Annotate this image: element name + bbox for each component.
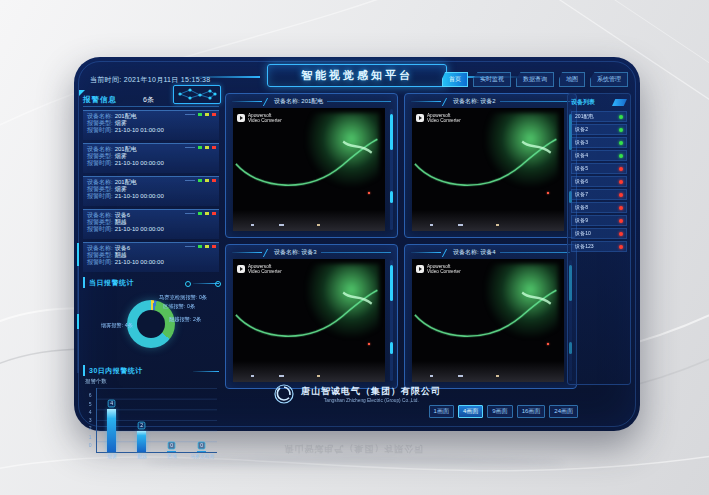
alarm-status-chips (185, 179, 216, 182)
video-panel-1[interactable]: 设备名称: 201配电 ApowersoftVideo Converter (225, 93, 398, 238)
device-list-item[interactable]: 设备8 (571, 202, 627, 213)
device-list-item[interactable]: 设备2 (571, 124, 627, 135)
red-indicator-light (368, 343, 370, 345)
device-list-item[interactable]: 设备6 (571, 176, 627, 187)
alarm-info-title: 报警信息 (83, 95, 117, 105)
device-list-item[interactable]: 设备9 (571, 215, 627, 226)
screens-1-button[interactable]: 1画面 (429, 405, 454, 418)
tab-map[interactable]: 地图 (559, 72, 585, 87)
video-feed[interactable]: ApowersoftVideo Converter (412, 108, 564, 231)
status-dot (619, 115, 623, 119)
tab-live-monitor[interactable]: 实时监视 (473, 72, 511, 87)
device-name: 设备6 (575, 178, 588, 186)
green-chip (198, 113, 202, 116)
alarm-time-value: 21-10-10 00:00:00 (115, 193, 164, 199)
alarm-time-value: 21-10-10 00:00:00 (115, 160, 164, 166)
month-stats-title: 30日内报警统计 (83, 365, 219, 376)
slash-decoration (263, 98, 273, 106)
device-list-item[interactable]: 设备123 (571, 241, 627, 252)
device-list-badge[interactable] (612, 99, 627, 106)
screens-9-button[interactable]: 9画面 (487, 405, 512, 418)
dashboard-window: 当前时间: 2021年10月11日 15:15:38 智能视觉感知平台 首页 实… (74, 57, 640, 431)
lamp-light (317, 375, 320, 377)
video-panel-title: 设备名称: 设备2 (453, 97, 496, 106)
floor-reflection-text: 唐山智诚电气（集团）有限公司 (285, 442, 425, 455)
alarm-time-label: 报警时间: (87, 259, 113, 265)
video-scrollbar[interactable] (390, 260, 393, 381)
screens-24-button[interactable]: 24画面 (549, 405, 578, 418)
alarm-info-header: 报警信息 6条 (83, 93, 219, 107)
red-indicator-light (547, 192, 549, 194)
tab-home[interactable]: 首页 (442, 72, 468, 87)
video-feed[interactable]: ApowersoftVideo Converter (233, 259, 385, 382)
alarm-card[interactable]: 设备名称:设备6 报警类型:翻越 报警时间:21-10-10 00:00:00 (83, 242, 219, 272)
tab-system[interactable]: 系统管理 (590, 72, 628, 87)
slash-decoration (442, 98, 452, 106)
device-name-value: 201配电 (115, 113, 137, 119)
month-stats-title-text: 30日内报警统计 (89, 366, 143, 376)
status-dot (619, 180, 623, 184)
alarm-time-value: 21-10-10 00:00:00 (115, 259, 164, 265)
video-panel-header: 设备名称: 201配电 (232, 96, 391, 107)
left-scrollbar[interactable] (77, 243, 79, 373)
device-list-item[interactable]: 201配电 (571, 111, 627, 122)
screen-layout-buttons: 1画面 4画面 9画面 16画面 24画面 (429, 405, 578, 418)
today-stats-title-text: 当日报警统计 (89, 278, 134, 288)
green-chip (198, 179, 202, 182)
alarm-type-label: 报警类型: (87, 186, 113, 192)
device-list-item[interactable]: 设备7 (571, 189, 627, 200)
today-stats-title: 当日报警统计 (83, 277, 219, 288)
device-name: 设备9 (575, 217, 588, 225)
alarm-time-label: 报警时间: (87, 226, 113, 232)
y-tick: 6 (89, 393, 92, 398)
deco-node-dot (215, 281, 221, 287)
alarm-card[interactable]: 设备名称:201配电 报警类型:烟雾 报警时间:21-10-10 00:00:0… (83, 176, 219, 206)
y-tick: 1 (89, 435, 92, 440)
device-name-label: 设备名称: (87, 212, 113, 218)
video-panel-title: 设备名称: 201配电 (274, 97, 323, 106)
device-list-item[interactable]: 设备10 (571, 228, 627, 239)
alarm-card[interactable]: 设备名称:201配电 报警类型:烟雾 报警时间:21-10-10 00:00:0… (83, 143, 219, 173)
video-panel-4[interactable]: 设备名称: 设备4 ApowersoftVideo Converter (404, 244, 577, 389)
video-panel-title: 设备名称: 设备3 (274, 248, 317, 257)
company-logo (273, 383, 295, 405)
red-chip (212, 245, 216, 248)
yellow-chip (205, 245, 209, 248)
red-indicator-light (368, 192, 370, 194)
device-name: 设备5 (575, 165, 588, 173)
alarm-type-label: 报警类型: (87, 120, 113, 126)
donut-label-climb: 翻越报警: 2条 (169, 316, 201, 324)
video-panel-title: 设备名称: 设备4 (453, 248, 496, 257)
video-feed[interactable]: ApowersoftVideo Converter (233, 108, 385, 231)
status-dot (619, 245, 623, 249)
screens-16-button[interactable]: 16画面 (517, 405, 546, 418)
alarm-type-value: 烟雾 (115, 120, 127, 126)
video-panel-header: 设备名称: 设备2 (411, 96, 570, 107)
bar (137, 431, 146, 452)
lamp-light (496, 224, 499, 226)
video-feed[interactable]: ApowersoftVideo Converter (412, 259, 564, 382)
device-name-value: 设备6 (115, 245, 130, 251)
alarm-type-label: 报警类型: (87, 252, 113, 258)
device-name-label: 设备名称: (87, 245, 113, 251)
machinery-silhouette (412, 210, 564, 231)
video-panel-3[interactable]: 设备名称: 设备3 ApowersoftVideo Converter (225, 244, 398, 389)
alarm-card[interactable]: 设备名称:设备6 报警类型:翻越 报警时间:21-10-10 00:00:00 (83, 209, 219, 239)
alarm-type-value: 烟雾 (115, 153, 127, 159)
red-indicator-light (547, 343, 549, 345)
nav-tabs: 首页 实时监视 数据查询 地图 系统管理 (442, 72, 628, 87)
device-list-item[interactable]: 设备4 (571, 150, 627, 161)
device-list-item[interactable]: 设备3 (571, 137, 627, 148)
video-panel-2[interactable]: 设备名称: 设备2 ApowersoftVideo Converter (404, 93, 577, 238)
screens-4-button[interactable]: 4画面 (458, 405, 483, 418)
yellow-chip (205, 179, 209, 182)
tab-data-query[interactable]: 数据查询 (516, 72, 554, 87)
lamp-light (458, 375, 463, 377)
apowersoft-icon (237, 265, 245, 273)
device-list-item[interactable]: 设备5 (571, 163, 627, 174)
watermark-line2: Video Converter (248, 118, 282, 123)
alarm-card[interactable]: 设备名称:201配电 报警类型:烟雾 报警时间:21-10-10 01:00:0… (83, 110, 219, 140)
video-scrollbar[interactable] (390, 109, 393, 230)
green-chip (198, 212, 202, 215)
lamp-light (430, 375, 433, 377)
